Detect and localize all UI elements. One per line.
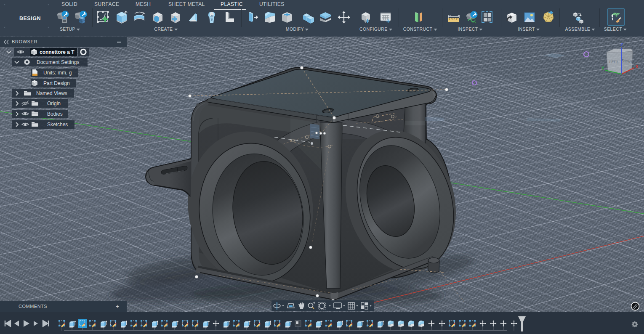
svg-text:Sketches: Sketches xyxy=(47,122,68,127)
svg-text:connettore a T: connettore a T xyxy=(40,49,75,55)
svg-text:X: X xyxy=(636,64,639,69)
svg-text:Part Design: Part Design xyxy=(43,80,70,86)
svg-text:Origin: Origin xyxy=(47,101,61,106)
svg-text:Units: mm, g: Units: mm, g xyxy=(43,70,72,76)
svg-text:Z: Z xyxy=(620,42,623,47)
svg-text:LEFT: LEFT xyxy=(609,59,618,64)
svg-text:Y: Y xyxy=(601,66,604,71)
svg-text:Document Settings: Document Settings xyxy=(37,59,79,65)
svg-text:Named Views: Named Views xyxy=(36,90,67,96)
svg-text:Bodies: Bodies xyxy=(47,111,63,117)
